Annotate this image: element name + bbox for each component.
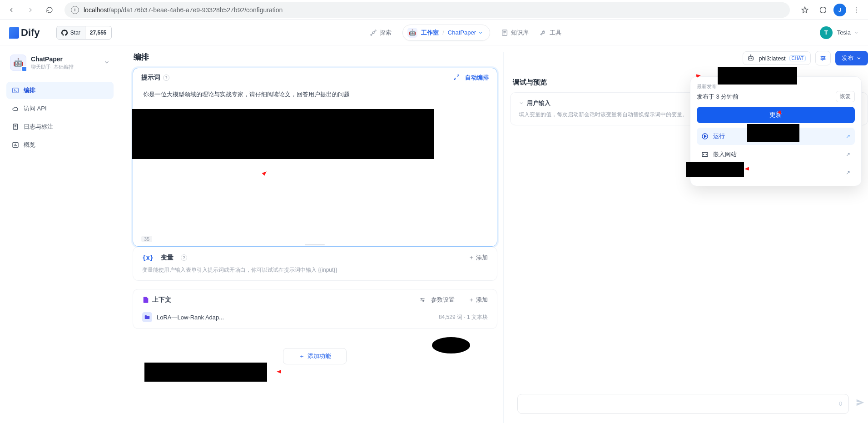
external-link-icon: ↗ (846, 151, 850, 158)
prompt-textarea[interactable]: 你是一位大模型领域的理论与实战专家，请仔细阅读论文，回答用户提出的问题 35 (133, 85, 497, 247)
svg-point-3 (856, 11, 857, 12)
svg-point-39 (822, 59, 823, 60)
sliders-icon (819, 55, 827, 62)
workspace-label: 工作室 (421, 29, 439, 37)
browser-profile-avatar[interactable]: J (833, 4, 846, 16)
svg-line-7 (374, 31, 376, 32)
sliders-icon (419, 297, 426, 303)
prompt-title: 提示词 (141, 74, 160, 82)
variables-card: {x} 变量 ? ＋ 添加 变量能使用户输入表单引入提示词或开场白，你可以试试在… (133, 247, 497, 281)
terminal-icon (12, 87, 19, 94)
svg-point-33 (751, 55, 752, 56)
nav-knowledge-label: 知识库 (511, 29, 529, 37)
input-char-counter: 0 (839, 401, 842, 407)
add-context-button[interactable]: ＋ 添加 (468, 296, 488, 304)
published-time: 发布于 3 分钟前 (697, 93, 739, 101)
model-badge: CHAT (789, 55, 806, 61)
prompt-card: 提示词? 自动编排 你是一位大模型领域的理论与实战专家，请仔细阅读论文，回答用户… (133, 68, 497, 247)
variables-hint: 变量能使用户输入表单引入提示词或开场白，你可以试试在提示词中输入 {{input… (142, 266, 488, 274)
send-button[interactable] (855, 398, 865, 410)
folder-icon (142, 312, 152, 322)
add-variable-button[interactable]: ＋ 添加 (468, 254, 488, 262)
svg-point-2 (856, 10, 857, 10)
app-name: ChatPaper (31, 55, 74, 63)
svg-point-28 (423, 300, 424, 301)
robot-icon: 🤖 (407, 28, 417, 38)
user-avatar[interactable]: T (820, 26, 833, 39)
address-bar[interactable]: i localhost/app/da176b37-beae-4ab6-a7e9-… (64, 2, 790, 18)
info-icon[interactable]: ? (163, 75, 169, 81)
nav-explore-label: 探索 (380, 29, 392, 37)
svg-marker-41 (704, 135, 706, 137)
model-selector[interactable]: phi3:latest CHAT (743, 51, 811, 65)
publish-button[interactable]: 发布 (835, 51, 868, 65)
auto-arrange-button[interactable]: 自动编排 (465, 74, 489, 82)
update-button[interactable]: 更新 (697, 107, 855, 123)
context-title: 上下文 (152, 296, 171, 304)
kebab-menu-icon[interactable] (849, 2, 864, 18)
bookmark-star-icon[interactable] (797, 2, 813, 18)
svg-point-31 (751, 58, 752, 59)
chart-icon (12, 141, 19, 149)
context-card: 上下文 参数设置 ＋ 添加 LoRA—Low-Rank Adap... 84,5… (133, 289, 497, 329)
app-icon: 🤖 (10, 55, 26, 71)
preview-panel: phi3:latest CHAT 发布 调试与预览 用户输入 填入变量的值，每次… (510, 52, 868, 423)
nav-tools-label: 工具 (550, 29, 561, 37)
svg-point-30 (750, 58, 751, 59)
popover-latest-label: 最新发布 (697, 83, 855, 90)
github-star-button[interactable]: Star 27,555 (56, 26, 112, 40)
info-icon[interactable]: ? (181, 254, 187, 261)
logo[interactable]: Dify_ (9, 27, 47, 39)
nav-reload-button[interactable] (42, 2, 57, 18)
chevron-down-icon (478, 30, 483, 35)
svg-rect-29 (749, 56, 754, 60)
prompt-text: 你是一位大模型领域的理论与实战专家，请仔细阅读论文，回答用户提出的问题 (141, 87, 489, 102)
document-icon (12, 123, 19, 130)
star-label: Star (70, 30, 80, 36)
nav-tools[interactable]: 工具 (540, 29, 561, 37)
svg-point-1 (856, 7, 857, 8)
svg-point-38 (823, 58, 825, 59)
context-params-button[interactable]: 参数设置 (419, 296, 455, 304)
url-text: localhost/app/da176b37-beae-4ab6-a7e9-93… (84, 6, 283, 14)
star-count: 27,555 (85, 30, 111, 36)
app-switcher[interactable]: 🤖 ChatPaper 聊天助手基础编排 (6, 52, 114, 74)
svg-line-8 (372, 33, 373, 35)
chat-input[interactable]: 0 (517, 394, 849, 414)
sidebar-item-api[interactable]: 访问 API (6, 100, 114, 117)
logo-text: Dify (21, 27, 40, 39)
external-link-icon: ↗ (846, 133, 850, 139)
sidebar-item-orchestrate[interactable]: 编排 (6, 82, 114, 99)
publish-popover: 最新发布 发布于 3 分钟前 恢复 更新 运行 ↗ 嵌入网站 ↗ (690, 76, 862, 186)
extensions-icon[interactable] (815, 2, 831, 18)
svg-line-24 (454, 78, 456, 80)
chevron-down-icon (104, 59, 110, 67)
code-icon (701, 151, 709, 158)
expand-icon[interactable] (453, 74, 460, 82)
user-menu[interactable]: Tesla (837, 29, 859, 36)
restore-button[interactable]: 恢复 (836, 91, 855, 102)
document-icon (142, 296, 149, 304)
chevron-down-icon (856, 55, 862, 61)
document-icon (701, 169, 709, 176)
nav-forward-button[interactable] (23, 2, 38, 18)
context-document-item[interactable]: LoRA—Low-Rank Adap... 84,529 词 · 1 文本块 (142, 312, 488, 322)
play-circle-icon (701, 133, 709, 140)
workspace-switcher[interactable]: 🤖 工作室 / ChatPaper (402, 25, 490, 41)
add-feature-button[interactable]: ＋ 添加功能 (283, 348, 347, 364)
popover-run-item[interactable]: 运行 ↗ (697, 128, 855, 145)
nav-back-button[interactable] (4, 2, 19, 18)
sidebar-item-logs[interactable]: 日志与标注 (6, 118, 114, 135)
nav-explore[interactable]: 探索 (370, 29, 392, 37)
cloud-icon (12, 105, 19, 112)
page-title: 编排 (133, 52, 497, 62)
site-info-icon[interactable]: i (71, 6, 79, 14)
chevron-down-icon (853, 30, 859, 35)
popover-embed-item[interactable]: 嵌入网站 ↗ (697, 146, 855, 163)
popover-api-item[interactable]: 访问 API ↗ (697, 164, 855, 181)
svg-point-37 (821, 56, 823, 57)
chevron-down-icon (519, 100, 524, 106)
nav-knowledge[interactable]: 知识库 (501, 29, 529, 37)
sidebar-item-overview[interactable]: 概览 (6, 136, 114, 154)
model-settings-button[interactable] (815, 51, 831, 65)
